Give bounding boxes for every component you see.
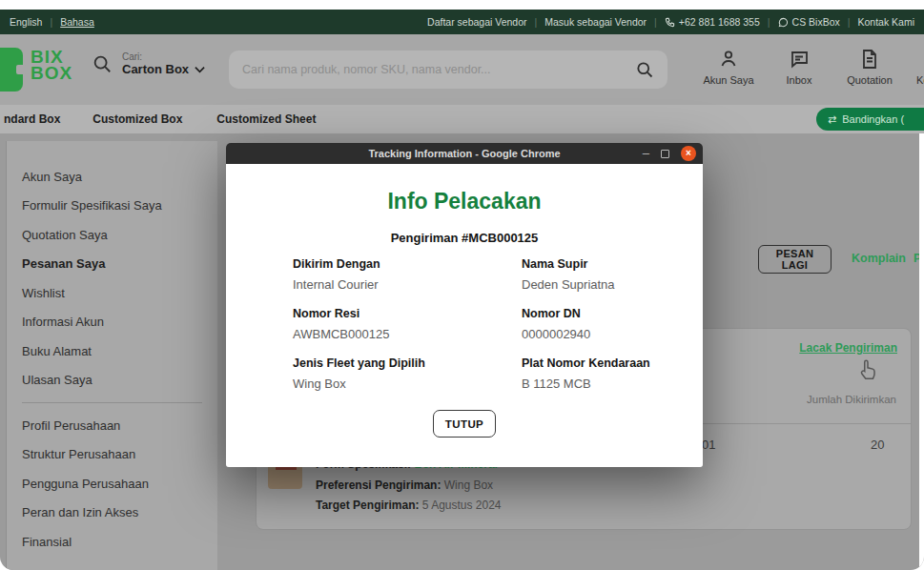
quotation-button[interactable]: Quotation (839, 48, 900, 86)
maximize-button[interactable] (661, 150, 669, 158)
sidebar-item-pesanan-saya[interactable]: Pesanan Saya (7, 250, 217, 279)
language-switcher: English | Bahasa (10, 16, 94, 28)
nav-customized-box[interactable]: Customized Box (92, 112, 182, 126)
chat-icon (778, 17, 789, 28)
login-vendor-link[interactable]: Masuk sebagai Vendor (544, 16, 647, 28)
phone-icon (665, 17, 675, 28)
field-jenis-fleet: Jenis Fleet yang Dipilih Wing Box (293, 356, 522, 391)
sidebar-item-profil-perusahaan[interactable]: Profil Perusahaan (7, 411, 217, 440)
window-controls: – × (643, 143, 696, 164)
account-button[interactable]: Akun Saya (698, 48, 759, 86)
sidebar-item-pengguna-perusahaan[interactable]: Pengguna Perusahaan (7, 469, 217, 499)
tracking-title: Info Pelacakan (226, 189, 703, 214)
sidebar-item-finansial[interactable]: Finansial (7, 527, 217, 557)
complain-link[interactable]: Komplain (852, 252, 906, 265)
qty-column-header: Jumlah Dikirimkan (807, 394, 896, 405)
register-vendor-link[interactable]: Daftar sebagai Vendor (427, 16, 527, 28)
site-header: BIX BOX Cari: Carton Box Cari nama produ… (0, 34, 924, 105)
separator: | (768, 16, 770, 28)
sidebar-item-struktur-perusahaan[interactable]: Struktur Perusahaan (7, 440, 217, 470)
header-actions: Akun Saya Inbox Quotation Keranjang (698, 48, 924, 86)
minimize-button[interactable]: – (643, 149, 649, 158)
field-nama-supir: Nama Supir Deden Supriatna (522, 257, 703, 292)
field-nomor-resi: Nomor Resi AWBMCB000125 (293, 307, 522, 341)
nav-customized-sheet[interactable]: Customized Sheet (216, 112, 316, 126)
search-input[interactable]: Cari nama produk, nomor SKU, nama vendor… (229, 51, 667, 89)
sidebar-item-ulasan-saya[interactable]: Ulasan Saya (7, 366, 217, 396)
clipped-cell-value: 01 (702, 438, 715, 452)
separator: | (535, 16, 538, 28)
search-category-dropdown[interactable]: Cari: Carton Box (92, 51, 205, 76)
sidebar-divider (7, 395, 217, 411)
tracking-info-panel: Info Pelacakan Pengiriman #MCB000125 Dik… (226, 164, 703, 467)
nav-standard-box[interactable]: ndard Box (4, 112, 60, 126)
inbox-icon (788, 48, 811, 71)
phone-link[interactable]: +62 881 1688 355 (665, 16, 760, 29)
cs-bixbox-link[interactable]: CS BixBox (778, 16, 840, 29)
chevron-down-icon (195, 66, 205, 73)
shipping-target-line: Target Pengiriman: 5 Agustus 2024 (316, 496, 502, 517)
brand-logo[interactable]: BIX BOX (31, 49, 72, 82)
window-titlebar[interactable]: Tracking Information - Google Chrome – × (226, 143, 703, 164)
sidebar-item-buku-alamat[interactable]: Buku Alamat (7, 336, 217, 366)
qty-value: 20 (871, 438, 884, 452)
window-title: Tracking Information - Google Chrome (368, 148, 560, 159)
brand-logo-icon (0, 48, 23, 92)
reorder-button[interactable]: PESAN LAGI (758, 245, 832, 274)
compare-button[interactable]: ⇄ Bandingkan ( (816, 108, 924, 131)
search-submit-icon[interactable] (635, 60, 654, 79)
language-bahasa-link[interactable]: Bahasa (60, 16, 94, 28)
field-plat-nomor: Plat Nomor Kendaraan B 1125 MCB (522, 356, 703, 391)
window-edge (919, 133, 924, 570)
sidebar-item-wishlist[interactable]: Wishlist (7, 278, 217, 308)
language-english-link[interactable]: English (10, 16, 42, 28)
field-nomor-dn: Nomor DN 0000002940 (522, 307, 703, 341)
tracking-fields: Dikirim Dengan Internal Courier Nama Sup… (293, 257, 703, 391)
search-category-value: Carton Box (122, 62, 189, 76)
separator: | (654, 16, 657, 28)
browser-page: English | Bahasa Daftar sebagai Vendor |… (0, 0, 924, 570)
account-sidebar: Akun Saya Formulir Spesifikasi Saya Quot… (6, 141, 217, 570)
inbox-button[interactable]: Inbox (769, 48, 830, 86)
tracking-popup-window: Tracking Information - Google Chrome – ×… (226, 143, 703, 467)
user-icon (717, 48, 740, 71)
top-utility-bar: English | Bahasa Daftar sebagai Vendor |… (0, 10, 924, 34)
category-navbar: ndard Box Customized Box Customized Shee… (0, 105, 924, 133)
top-links: Daftar sebagai Vendor | Masuk sebagai Ve… (427, 16, 914, 29)
sidebar-item-formulir-spesifikasi[interactable]: Formulir Spesifikasi Saya (7, 192, 217, 221)
track-shipment-link[interactable]: Lacak Pengiriman (799, 341, 897, 355)
sidebar-item-peran-izin-akses[interactable]: Peran dan Izin Akses (7, 499, 217, 528)
document-icon (858, 48, 881, 71)
sidebar-item-informasi-akun[interactable]: Informasi Akun (7, 308, 217, 337)
hand-cursor-icon (855, 357, 880, 382)
sidebar-item-quotation-saya[interactable]: Quotation Saya (7, 220, 217, 250)
cart-button[interactable]: Keranjang (910, 48, 924, 86)
separator: | (50, 16, 52, 28)
close-window-button[interactable]: × (681, 146, 696, 161)
separator: | (848, 16, 851, 28)
tutup-close-button[interactable]: TUTUP (433, 410, 496, 438)
search-placeholder: Cari nama produk, nomor SKU, nama vendor… (242, 63, 635, 76)
shipping-preference-line: Preferensi Pengiriman: Wing Box (316, 476, 502, 497)
shipment-number: Pengiriman #MCB000125 (226, 231, 703, 245)
contact-link[interactable]: Kontak Kami (857, 16, 914, 28)
swap-arrows-icon: ⇄ (828, 113, 836, 126)
search-category-label: Cari: (122, 51, 205, 62)
field-dikirim-dengan: Dikirim Dengan Internal Courier (293, 257, 522, 292)
search-icon (92, 53, 113, 74)
sidebar-item-akun-saya[interactable]: Akun Saya (7, 162, 217, 192)
